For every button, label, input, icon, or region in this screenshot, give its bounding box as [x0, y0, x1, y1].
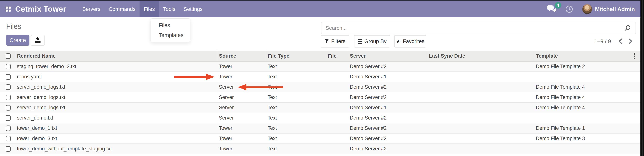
pager-previous-button[interactable]	[616, 35, 624, 48]
column-header-server[interactable]: Server	[348, 51, 427, 61]
activities-button[interactable]	[565, 5, 573, 13]
row-checkbox-cell	[0, 64, 15, 69]
favorites-button[interactable]: ★ Favorites	[394, 35, 426, 48]
cell-source: Tower	[217, 74, 266, 80]
cell-server: Demo Server #2	[348, 115, 427, 121]
cell-rendered-name: staging_tower_demo_2.txt	[15, 64, 217, 69]
cell-server: Demo Server #2	[348, 64, 427, 69]
window-top-edge	[0, 0, 644, 1]
table-row[interactable]: tower_demo_1.txtTowerTextDemo Server #2D…	[0, 123, 640, 134]
cell-rendered-name: tower_demo_3.txt	[15, 136, 217, 141]
column-header-template[interactable]: Template	[534, 51, 640, 61]
avatar[interactable]	[582, 4, 592, 14]
row-checkbox[interactable]	[6, 115, 11, 121]
cell-server: Demo Server #2	[348, 125, 427, 131]
nav-item-label: Files	[144, 6, 155, 12]
row-checkbox[interactable]	[6, 136, 11, 141]
messages-count-badge: 4	[555, 2, 561, 9]
table-row[interactable]: server_demo_logs.txtServerTextDemo Serve…	[0, 82, 640, 92]
column-header-file-type[interactable]: File Type	[266, 51, 326, 61]
table-row[interactable]: tower_demo_3.txtTowerTextDemo Server #2D…	[0, 134, 640, 144]
row-checkbox[interactable]	[6, 84, 11, 90]
select-all-checkbox[interactable]	[6, 53, 11, 59]
cell-rendered-name: server_demo_logs.txt	[15, 94, 217, 100]
window-right-edge	[640, 0, 644, 156]
export-button[interactable]	[30, 35, 45, 46]
cell-file-type: Text	[266, 74, 326, 80]
files-dropdown-menu: Files Templates	[150, 18, 190, 42]
cell-rendered-name: server_demo.txt	[15, 115, 217, 121]
column-header-last-sync-date[interactable]: Last Sync Date	[427, 51, 534, 61]
group-by-label: Group By	[364, 38, 386, 44]
row-checkbox[interactable]	[6, 126, 11, 131]
table-header: Rendered Name Source File Type File Serv…	[0, 51, 640, 62]
cell-file-type: Text	[266, 146, 326, 152]
group-by-button[interactable]: Group By	[354, 35, 390, 48]
row-checkbox[interactable]	[6, 105, 11, 111]
row-checkbox[interactable]	[6, 64, 11, 69]
menu-item-templates[interactable]: Templates	[151, 30, 190, 40]
cell-file-type: Text	[266, 115, 326, 121]
table-row[interactable]: server_demo_logs.txtServerTextDemo Serve…	[0, 103, 640, 113]
pager-next-button[interactable]	[626, 35, 634, 48]
row-checkbox-cell	[0, 126, 15, 131]
nav-item-settings[interactable]: Settings	[180, 1, 207, 17]
cell-source: Tower	[217, 125, 266, 131]
cell-source: Server	[217, 105, 266, 111]
row-checkbox[interactable]	[6, 146, 11, 152]
nav-item-servers[interactable]: Servers	[78, 1, 104, 17]
user-menu[interactable]: Mitchell Admin	[595, 6, 635, 12]
create-button[interactable]: Create	[6, 35, 30, 46]
table-row[interactable]: repos.yamlTowerTextDemo Server #1	[0, 72, 640, 82]
filter-funnel-icon	[324, 39, 329, 44]
optional-columns-toggle-icon[interactable]	[634, 53, 635, 59]
cell-rendered-name: server_demo_logs.txt	[15, 84, 217, 90]
chevron-right-icon	[628, 38, 633, 45]
cell-server: Demo Server #2	[348, 84, 427, 90]
table-row[interactable]: server_demo_logs.txtServerTextDemo Serve…	[0, 92, 640, 103]
cell-template: Demo File Template 3	[534, 136, 640, 141]
brand-title[interactable]: Cetmix Tower	[15, 5, 66, 13]
menu-item-files[interactable]: Files	[151, 20, 190, 30]
row-checkbox-cell	[0, 95, 15, 100]
download-icon	[34, 37, 41, 44]
column-header-rendered-name[interactable]: Rendered Name	[15, 51, 217, 61]
cell-source: Server	[217, 115, 266, 121]
cell-file-type: Text	[266, 105, 326, 111]
table-row[interactable]: server_demo.txtServerTextDemo Server #2	[0, 113, 640, 123]
nav-item-commands[interactable]: Commands	[104, 1, 140, 17]
apps-grid-icon[interactable]	[6, 6, 11, 12]
annotation-arrow-right	[174, 74, 220, 80]
page-title: Files	[6, 22, 21, 30]
cell-server: Demo Server #1	[348, 74, 427, 80]
search-input[interactable]	[322, 25, 624, 31]
cell-rendered-name: server_demo_logs.txt	[15, 105, 217, 111]
cell-file-type: Text	[266, 136, 326, 141]
row-checkbox[interactable]	[6, 95, 11, 100]
cell-template: Demo File Template 4	[534, 105, 640, 111]
search-icon[interactable]	[624, 25, 631, 31]
row-checkbox[interactable]	[6, 74, 11, 80]
navbar: Cetmix Tower Servers Commands Files Tool…	[0, 1, 640, 17]
search-bar	[321, 22, 636, 34]
cell-rendered-name: tower_demo_without_template_staging.txt	[15, 146, 217, 152]
filters-button[interactable]: Filters	[321, 35, 349, 48]
nav-item-tools[interactable]: Tools	[159, 1, 180, 17]
cetmix-tower-files-page: Cetmix Tower Servers Commands Files Tool…	[0, 0, 644, 156]
star-icon: ★	[396, 39, 400, 44]
select-all-cell	[0, 51, 15, 61]
cell-file-type: Text	[266, 125, 326, 131]
cell-source: Tower	[217, 136, 266, 141]
messages-button[interactable]: 4	[547, 5, 556, 14]
row-checkbox-cell	[0, 74, 15, 80]
column-header-file[interactable]: File	[326, 51, 348, 61]
row-checkbox-cell	[0, 136, 15, 141]
column-header-source[interactable]: Source	[217, 51, 266, 61]
cell-source: Server	[217, 94, 266, 100]
cell-template: Demo File Template 4	[534, 94, 640, 100]
table-row[interactable]: staging_tower_demo_2.txtTowerTextDemo Se…	[0, 62, 640, 72]
table-row[interactable]: tower_demo_without_template_staging.txtT…	[0, 144, 640, 154]
row-checkbox-cell	[0, 84, 15, 90]
filters-label: Filters	[331, 38, 346, 44]
nav-item-files[interactable]: Files	[140, 1, 159, 17]
